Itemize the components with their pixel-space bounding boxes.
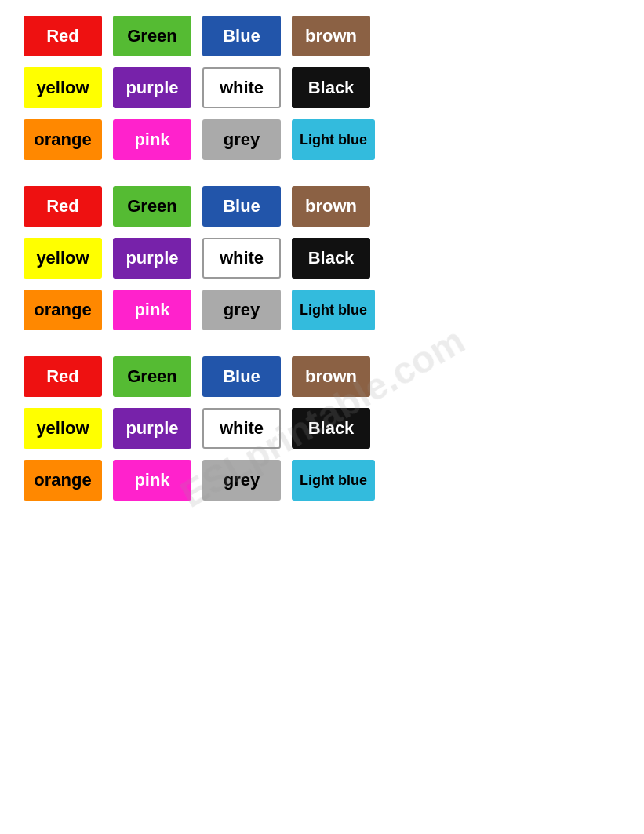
color-box-pink: pink — [113, 119, 191, 160]
color-box-green: Green — [113, 356, 191, 397]
color-box-green: Green — [113, 186, 191, 227]
color-box-green: Green — [113, 16, 191, 56]
color-box-yellow: yellow — [24, 238, 102, 279]
color-box-blue: Blue — [202, 16, 281, 56]
color-box-yellow: yellow — [24, 408, 102, 449]
color-box-pink: pink — [113, 460, 191, 501]
color-row: orangepinkgreyLight blue — [24, 119, 620, 160]
color-section-1: RedGreenBluebrownyellowpurplewhiteBlacko… — [24, 16, 620, 160]
color-row: RedGreenBluebrown — [24, 186, 620, 227]
color-box-purple: purple — [113, 238, 191, 279]
color-box-yellow: yellow — [24, 67, 102, 108]
color-box-white: white — [202, 408, 281, 449]
color-box-pink: pink — [113, 290, 191, 330]
sections-container: RedGreenBluebrownyellowpurplewhiteBlacko… — [24, 16, 620, 515]
color-row: yellowpurplewhiteBlack — [24, 67, 620, 108]
color-box-blue: Blue — [202, 356, 281, 397]
color-box-blue: Blue — [202, 186, 281, 227]
color-box-black: Black — [292, 67, 370, 108]
color-box-purple: purple — [113, 67, 191, 108]
color-row: yellowpurplewhiteBlack — [24, 408, 620, 449]
color-box-lightblue: Light blue — [292, 290, 375, 330]
color-box-grey: grey — [202, 290, 281, 330]
color-row: orangepinkgreyLight blue — [24, 290, 620, 330]
color-box-orange: orange — [24, 290, 102, 330]
color-box-red: Red — [24, 186, 102, 227]
color-row: RedGreenBluebrown — [24, 356, 620, 397]
color-box-grey: grey — [202, 460, 281, 501]
color-box-red: Red — [24, 356, 102, 397]
color-box-brown: brown — [292, 16, 370, 56]
color-box-lightblue: Light blue — [292, 460, 375, 501]
color-box-white: white — [202, 67, 281, 108]
color-box-brown: brown — [292, 356, 370, 397]
color-box-brown: brown — [292, 186, 370, 227]
color-box-red: Red — [24, 16, 102, 56]
color-row: orangepinkgreyLight blue — [24, 460, 620, 501]
color-box-grey: grey — [202, 119, 281, 160]
color-box-orange: orange — [24, 119, 102, 160]
color-section-3: RedGreenBluebrownyellowpurplewhiteBlacko… — [24, 356, 620, 501]
color-section-2: RedGreenBluebrownyellowpurplewhiteBlacko… — [24, 186, 620, 330]
color-box-purple: purple — [113, 408, 191, 449]
color-box-black: Black — [292, 408, 370, 449]
color-row: RedGreenBluebrown — [24, 16, 620, 56]
color-row: yellowpurplewhiteBlack — [24, 238, 620, 279]
color-box-black: Black — [292, 238, 370, 279]
color-box-white: white — [202, 238, 281, 279]
color-box-orange: orange — [24, 460, 102, 501]
color-box-lightblue: Light blue — [292, 119, 375, 160]
